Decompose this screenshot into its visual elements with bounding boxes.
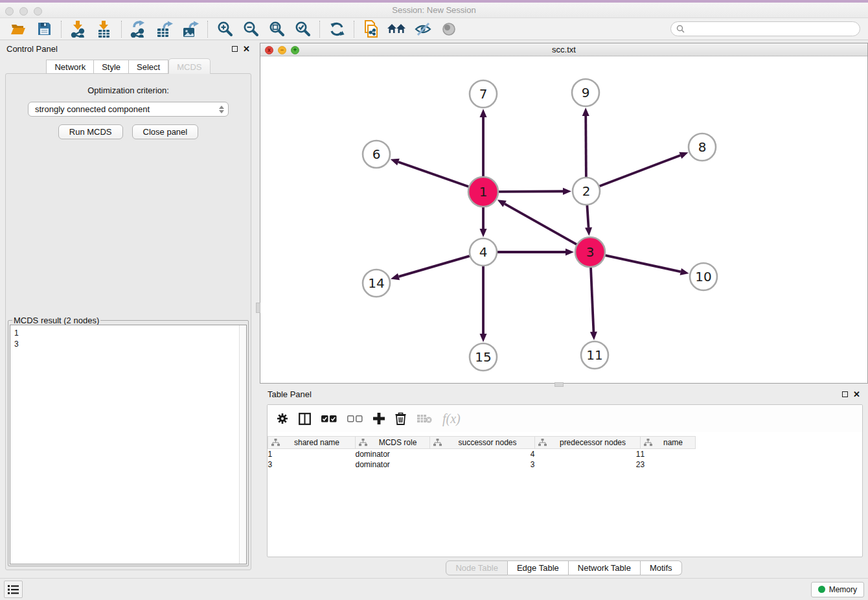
- close-panel-icon[interactable]: ✕: [243, 45, 250, 53]
- zoom-in-icon: [217, 21, 233, 37]
- horizontal-splitter-grip[interactable]: [554, 382, 564, 387]
- network-minimize-button[interactable]: −: [278, 46, 286, 54]
- open-session-button[interactable]: [5, 19, 31, 39]
- table-cell[interactable]: 3: [430, 459, 535, 470]
- table-row[interactable]: 3dominator323: [268, 459, 696, 470]
- graph-edge-3-1[interactable]: [505, 204, 577, 245]
- zoom-fit-button[interactable]: [264, 19, 290, 39]
- search-input[interactable]: [688, 25, 854, 34]
- edge-arrowhead: [582, 108, 589, 116]
- save-session-button[interactable]: [31, 19, 57, 39]
- tab-mcds[interactable]: MCDS: [168, 58, 210, 74]
- graph-node-label: 7: [479, 86, 488, 102]
- table-settings-button[interactable]: [277, 413, 288, 424]
- tab-edge-table[interactable]: Edge Table: [508, 560, 569, 575]
- tab-network-table[interactable]: Network Table: [569, 560, 641, 575]
- table-cell[interactable]: dominator: [356, 459, 430, 470]
- zoom-in-button[interactable]: [212, 19, 238, 39]
- zoom-fit-icon: [269, 21, 285, 37]
- graph-edge-2-8[interactable]: [600, 156, 681, 186]
- horizontal-splitter[interactable]: [260, 384, 868, 386]
- zoom-selected-button[interactable]: [290, 19, 315, 39]
- graph-edge-1-6[interactable]: [398, 162, 468, 187]
- result-scrollbar[interactable]: [239, 325, 246, 564]
- add-column-button[interactable]: [373, 413, 385, 424]
- criterion-dropdown[interactable]: strongly connected component: [28, 102, 229, 117]
- title-bar: Session: New Session: [0, 3, 868, 18]
- select-all-button[interactable]: [321, 415, 337, 422]
- network-canvas[interactable]: 7968124314101511: [260, 56, 863, 383]
- traffic-lights: [5, 7, 42, 16]
- export-network-button[interactable]: [126, 19, 152, 39]
- graph-edge-1-2[interactable]: [499, 191, 563, 192]
- import-network-button[interactable]: [65, 19, 91, 39]
- criterion-value: strongly connected component: [35, 104, 219, 114]
- mcds-tab-content: Optimization criterion: strongly connect…: [5, 73, 251, 570]
- table-cell[interactable]: 4: [430, 449, 535, 459]
- run-mcds-button[interactable]: Run MCDS: [58, 124, 123, 139]
- export-image-button[interactable]: [177, 19, 203, 39]
- memory-button[interactable]: Memory: [811, 582, 864, 597]
- export-table-button[interactable]: [152, 19, 177, 39]
- delete-table-button-disabled: [417, 413, 432, 424]
- column-header-predecessor-nodes[interactable]: predecessor nodes: [535, 437, 641, 449]
- refresh-button[interactable]: [324, 19, 350, 39]
- delete-table-icon: [417, 413, 432, 424]
- column-header-MCDS-role[interactable]: MCDS role: [356, 437, 430, 449]
- deselect-all-button[interactable]: [347, 415, 363, 422]
- control-panel-title: Control Panel: [6, 44, 58, 54]
- graph-edge-2-3[interactable]: [587, 205, 588, 227]
- table-cell[interactable]: 1: [268, 449, 356, 459]
- table-cell[interactable]: 3: [268, 459, 356, 470]
- graph-edge-3-11[interactable]: [591, 268, 593, 332]
- close-table-panel-icon[interactable]: ✕: [853, 390, 860, 398]
- tab-motifs[interactable]: Motifs: [641, 560, 682, 575]
- close-panel-button[interactable]: Close panel: [132, 124, 199, 139]
- tab-node-table[interactable]: Node Table: [446, 560, 508, 575]
- graph-edge-2-9[interactable]: [586, 116, 586, 177]
- minimize-window-button[interactable]: [19, 7, 28, 16]
- tab-network[interactable]: Network: [46, 60, 94, 74]
- control-tabs: NetworkStyleSelectMCDS: [0, 60, 257, 74]
- column-header-successor-nodes[interactable]: successor nodes: [430, 437, 535, 449]
- tab-style[interactable]: Style: [94, 60, 129, 74]
- table-row[interactable]: 1dominator411: [268, 449, 696, 459]
- vertical-splitter[interactable]: [257, 40, 260, 578]
- export-network-icon: [130, 21, 147, 38]
- zoom-out-button[interactable]: [238, 19, 264, 39]
- gear-icon: [277, 413, 288, 424]
- table-cell[interactable]: 1: [535, 449, 641, 459]
- show-columns-button[interactable]: [299, 413, 311, 425]
- zoom-window-button[interactable]: [34, 7, 42, 16]
- network-close-button[interactable]: x: [265, 46, 273, 54]
- close-window-button[interactable]: [5, 7, 14, 16]
- graph-edge-3-10[interactable]: [605, 255, 680, 271]
- edge-arrowhead: [590, 332, 597, 340]
- apply-function-button-disabled: f(x): [442, 411, 461, 426]
- task-history-button[interactable]: [4, 581, 23, 598]
- table-cell[interactable]: 1: [641, 449, 696, 459]
- graph-node-label: 11: [586, 347, 602, 363]
- memory-status-icon: [818, 586, 825, 593]
- hide-selected-button[interactable]: [410, 19, 436, 39]
- column-header-name[interactable]: name: [641, 437, 696, 449]
- graph-edge-4-14[interactable]: [399, 256, 470, 277]
- first-neighbors-button[interactable]: [384, 19, 410, 39]
- float-panel-icon[interactable]: [232, 46, 238, 52]
- network-maximize-button[interactable]: +: [291, 46, 299, 54]
- float-table-panel-icon[interactable]: [842, 391, 848, 397]
- clone-network-button[interactable]: [358, 19, 384, 39]
- edge-arrowhead: [480, 229, 487, 237]
- table-cell[interactable]: dominator: [356, 449, 430, 459]
- tab-select[interactable]: Select: [129, 60, 168, 74]
- show-all-button[interactable]: [436, 19, 462, 39]
- search-field[interactable]: [670, 21, 860, 36]
- vertical-splitter-grip[interactable]: [256, 303, 260, 313]
- table-panel: Table Panel ✕: [260, 386, 868, 578]
- import-table-button[interactable]: [91, 19, 117, 39]
- table-cell[interactable]: 3: [641, 459, 696, 470]
- column-header-shared-name[interactable]: shared name: [268, 437, 356, 449]
- table-cell[interactable]: 2: [535, 459, 641, 470]
- clone-network-icon: [363, 20, 379, 38]
- delete-column-button[interactable]: [395, 412, 406, 425]
